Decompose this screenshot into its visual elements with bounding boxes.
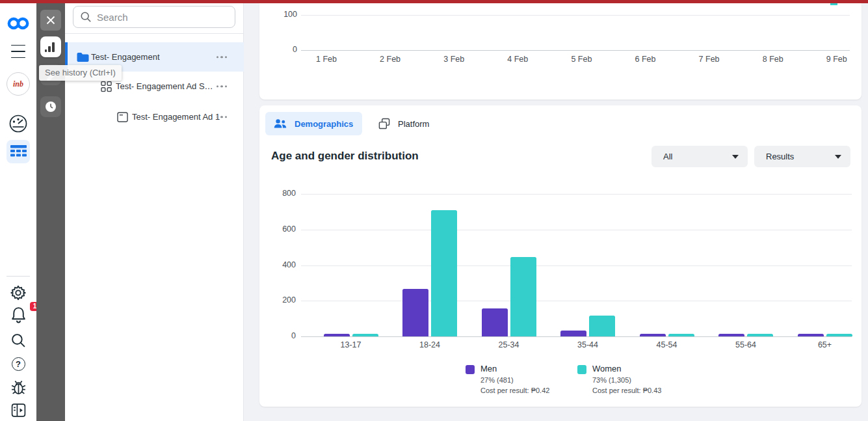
row-menu-icon[interactable] bbox=[214, 53, 230, 61]
ad-frame-icon bbox=[117, 112, 128, 122]
x-tick-label: 1 Feb bbox=[300, 55, 352, 64]
bar-chart-icon bbox=[44, 41, 57, 53]
x-tick-label: 9 Feb bbox=[811, 55, 863, 64]
gridline-600 bbox=[301, 230, 852, 230]
main-content: 01001 Feb2 Feb3 Feb4 Feb5 Feb6 Feb7 Feb8… bbox=[244, 3, 868, 421]
results-chart: 01001 Feb2 Feb3 Feb4 Feb5 Feb6 Feb7 Feb8… bbox=[259, 3, 861, 100]
legend-cost: Cost per result: ₱0.42 bbox=[480, 385, 549, 396]
page-avatar[interactable]: inb bbox=[0, 70, 36, 98]
adset-grid-icon bbox=[101, 81, 112, 92]
charts-button[interactable] bbox=[40, 36, 61, 57]
bug-report-icon[interactable] bbox=[0, 377, 36, 397]
bar-men-18-24[interactable] bbox=[402, 289, 428, 336]
bar-men-65+[interactable] bbox=[798, 334, 824, 336]
y-tick-label: 400 bbox=[269, 260, 296, 269]
x-tick-label: 6 Feb bbox=[620, 55, 672, 64]
y-tick-label: 0 bbox=[270, 45, 297, 54]
tooltip: See history (Ctrl+I) bbox=[39, 65, 122, 81]
table-icon bbox=[10, 145, 27, 159]
tree-row-label: Test- Engagement Ad 1 bbox=[132, 102, 220, 131]
tree-row-label: Test- Engagement Ad Se… bbox=[116, 72, 213, 101]
legend-name: Women bbox=[592, 363, 661, 375]
help-icon[interactable]: ? bbox=[0, 355, 36, 372]
x-tick-label: 5 Feb bbox=[555, 55, 607, 64]
gridline-0 bbox=[301, 336, 852, 337]
x-tick-label: 4 Feb bbox=[492, 55, 544, 64]
search-input[interactable] bbox=[73, 6, 235, 28]
gridline-0 bbox=[301, 50, 850, 51]
collapse-panel-icon[interactable] bbox=[0, 400, 36, 420]
panel-divider bbox=[65, 33, 244, 34]
y-tick-label: 600 bbox=[269, 224, 296, 234]
row-menu-icon[interactable] bbox=[214, 113, 230, 121]
history-button[interactable] bbox=[40, 96, 61, 117]
gridline-400 bbox=[301, 265, 852, 266]
search-field bbox=[73, 6, 235, 28]
bar-women-25-34[interactable] bbox=[510, 257, 536, 336]
notifications-bell-icon[interactable]: 1 bbox=[0, 305, 36, 326]
legend-name: Men bbox=[480, 363, 549, 375]
bar-women-55-64[interactable] bbox=[747, 334, 773, 336]
alert-strip bbox=[0, 0, 868, 3]
meta-infinity-icon bbox=[7, 17, 29, 30]
women-swatch bbox=[577, 365, 586, 374]
meta-logo[interactable] bbox=[0, 12, 36, 35]
x-tick-label: 55-64 bbox=[720, 340, 772, 349]
left-nav-rail: inb 1 bbox=[0, 3, 36, 421]
gridline-200 bbox=[301, 301, 852, 301]
sidebar-item-table-view[interactable] bbox=[0, 138, 36, 165]
tree-row-ad[interactable]: Test- Engagement Ad 1 bbox=[65, 102, 244, 131]
search-icon bbox=[80, 11, 92, 23]
settings-gear-icon[interactable] bbox=[0, 283, 36, 303]
bar-women-35-44[interactable] bbox=[589, 316, 615, 336]
x-tick-label: 65+ bbox=[799, 340, 851, 349]
breakdown-card: Demographics Platform Age and gender dis… bbox=[259, 105, 861, 407]
bar-men-45-54[interactable] bbox=[640, 334, 666, 336]
dashboard-gauge-icon[interactable] bbox=[0, 113, 36, 135]
y-tick-label: 0 bbox=[269, 331, 296, 340]
y-tick-label: 200 bbox=[269, 295, 296, 305]
close-button[interactable] bbox=[40, 10, 61, 31]
menu-icon[interactable] bbox=[0, 42, 36, 61]
search-rail-icon[interactable] bbox=[0, 331, 36, 350]
bar-men-35-44[interactable] bbox=[560, 331, 586, 336]
bar-women-45-54[interactable] bbox=[668, 334, 694, 336]
legend-share: 27% (481) bbox=[480, 375, 549, 385]
bar-women-65+[interactable] bbox=[826, 334, 852, 336]
row-menu-icon[interactable] bbox=[214, 83, 230, 90]
close-icon bbox=[46, 15, 56, 25]
men-swatch bbox=[466, 365, 475, 374]
x-tick-label: 18-24 bbox=[404, 340, 456, 349]
legend-men: Men 27% (481) Cost per result: ₱0.42 bbox=[466, 363, 549, 396]
x-tick-label: 45-54 bbox=[641, 340, 693, 349]
rail-divider bbox=[7, 276, 30, 277]
x-tick-label: 3 Feb bbox=[428, 55, 480, 64]
campaign-folder-icon bbox=[77, 52, 89, 62]
bar-men-55-64[interactable] bbox=[718, 334, 744, 336]
results-chart-card: 01001 Feb2 Feb3 Feb4 Feb5 Feb6 Feb7 Feb8… bbox=[259, 3, 861, 100]
legend-share: 73% (1,305) bbox=[592, 375, 661, 385]
age-gender-chart: 020040060080013-1718-2425-3435-4445-5455… bbox=[259, 105, 861, 407]
x-tick-label: 13-17 bbox=[325, 340, 377, 349]
x-tick-label: 2 Feb bbox=[364, 55, 416, 64]
x-tick-label: 7 Feb bbox=[683, 55, 735, 64]
x-tick-label: 8 Feb bbox=[747, 55, 799, 64]
legend-women: Women 73% (1,305) Cost per result: ₱0.43 bbox=[577, 363, 661, 396]
gridline-100 bbox=[301, 15, 850, 16]
y-tick-label: 100 bbox=[270, 10, 297, 19]
x-tick-label: 25-34 bbox=[483, 340, 535, 349]
y-tick-label: 800 bbox=[269, 189, 296, 198]
gridline-800 bbox=[301, 194, 852, 195]
bar-women-18-24[interactable] bbox=[431, 210, 457, 336]
x-tick-label: 35-44 bbox=[562, 340, 614, 349]
bar-men-25-34[interactable] bbox=[482, 308, 508, 336]
clock-icon bbox=[44, 100, 57, 113]
legend-cost: Cost per result: ₱0.43 bbox=[592, 385, 661, 396]
bar-men-13-17[interactable] bbox=[324, 334, 350, 336]
bar-women-13-17[interactable] bbox=[352, 334, 378, 336]
